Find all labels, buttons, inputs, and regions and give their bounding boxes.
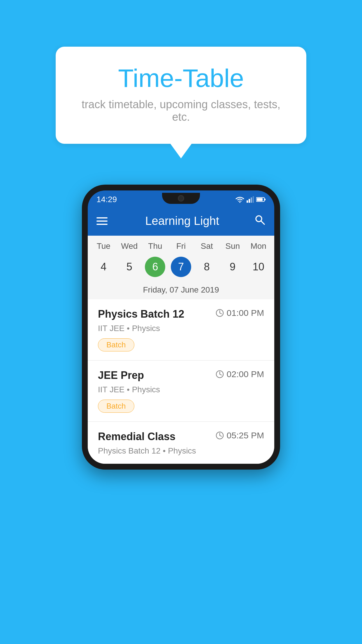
date-cell-9[interactable]: 9 [220,255,246,279]
schedule-item-1[interactable]: Physics Batch 12 01:00 PM IIT JEE • Phys… [88,299,274,360]
day-label-wed: Wed [117,242,143,251]
app-title: Learning Light [119,214,245,228]
svg-rect-3 [251,197,252,203]
schedule-item-3[interactable]: Remedial Class 05:25 PM Physics Batch 12… [88,422,274,464]
date-cell-6[interactable]: 6 [142,255,168,279]
svg-point-0 [239,202,240,203]
day-label-sat: Sat [194,242,220,251]
selected-date-label: Friday, 07 June 2019 [88,283,274,299]
schedule-meta-1: IIT JEE • Physics [98,324,264,333]
schedule-title-1: Physics Batch 12 [98,308,184,320]
date-cell-4[interactable]: 4 [91,255,117,279]
svg-rect-6 [264,199,266,200]
schedule-time-text-3: 05:25 PM [227,430,264,440]
bubble-title: Time-Table [79,64,283,92]
schedule-title-3: Remedial Class [98,430,175,443]
svg-line-12 [220,313,222,314]
date-number-8: 8 [197,257,217,277]
battery-icon [256,197,266,202]
day-label-thu: Thu [142,242,168,251]
date-cell-10[interactable]: 10 [245,255,271,279]
schedule-meta-3: Physics Batch 12 • Physics [98,446,264,456]
day-label-fri: Fri [168,242,194,251]
date-cell-7[interactable]: 7 [168,255,194,279]
clock-icon-2 [216,370,224,378]
status-icons [236,196,266,203]
hamburger-icon[interactable] [96,217,108,225]
schedule-item-2-header: JEE Prep 02:00 PM [98,369,264,382]
wifi-icon [236,196,244,203]
day-label-tue: Tue [91,242,117,251]
svg-rect-1 [247,200,248,203]
schedule-item-3-header: Remedial Class 05:25 PM [98,430,264,443]
phone-notch [162,193,200,204]
schedule-time-1: 01:00 PM [216,308,264,318]
schedule-item-2[interactable]: JEE Prep 02:00 PM IIT JEE • Physics Batc… [88,360,274,422]
schedule-item-1-header: Physics Batch 12 01:00 PM [98,308,264,320]
calendar-days-header: Tue Wed Thu Fri Sat Sun Mon [88,236,274,254]
schedule-meta-2: IIT JEE • Physics [98,385,264,394]
search-icon[interactable] [254,214,266,228]
date-number-7-selected: 7 [171,257,191,277]
calendar-section: Tue Wed Thu Fri Sat Sun Mon 4 5 [88,236,274,299]
schedule-time-text-2: 02:00 PM [227,369,264,379]
date-number-5: 5 [119,257,140,277]
date-number-9: 9 [222,257,243,277]
date-number-10: 10 [248,257,269,277]
date-number-4: 4 [93,257,114,277]
svg-rect-7 [257,198,263,201]
schedule-time-2: 02:00 PM [216,369,264,379]
clock-icon-3 [216,431,224,440]
date-cell-8[interactable]: 8 [194,255,220,279]
phone-frame: 14:29 [82,185,280,470]
schedule-title-2: JEE Prep [98,369,144,382]
schedule-list: Physics Batch 12 01:00 PM IIT JEE • Phys… [88,299,274,464]
signal-icon [247,196,254,203]
batch-badge-1: Batch [98,338,134,351]
day-label-mon: Mon [245,242,271,251]
svg-rect-2 [249,199,250,203]
batch-badge-2: Batch [98,400,134,413]
phone-mockup: 14:29 [82,185,280,470]
calendar-dates: 4 5 6 7 8 9 [88,254,274,283]
speech-bubble-area: Time-Table track timetable, upcoming cla… [0,0,362,144]
clock-icon-1 [216,309,224,317]
schedule-time-3: 05:25 PM [216,430,264,440]
schedule-time-text-1: 01:00 PM [227,308,264,318]
svg-rect-4 [253,196,254,203]
date-number-6-today: 6 [145,257,165,277]
phone-screen: 14:29 [88,190,274,464]
status-time: 14:29 [96,195,117,204]
bubble-subtitle: track timetable, upcoming classes, tests… [79,98,283,123]
day-label-sun: Sun [220,242,246,251]
svg-line-9 [261,221,264,224]
svg-line-18 [220,435,222,436]
svg-line-15 [220,374,222,375]
speech-bubble: Time-Table track timetable, upcoming cla… [56,47,306,144]
phone-camera [178,195,184,202]
app-bar: Learning Light [88,206,274,236]
date-cell-5[interactable]: 5 [117,255,143,279]
